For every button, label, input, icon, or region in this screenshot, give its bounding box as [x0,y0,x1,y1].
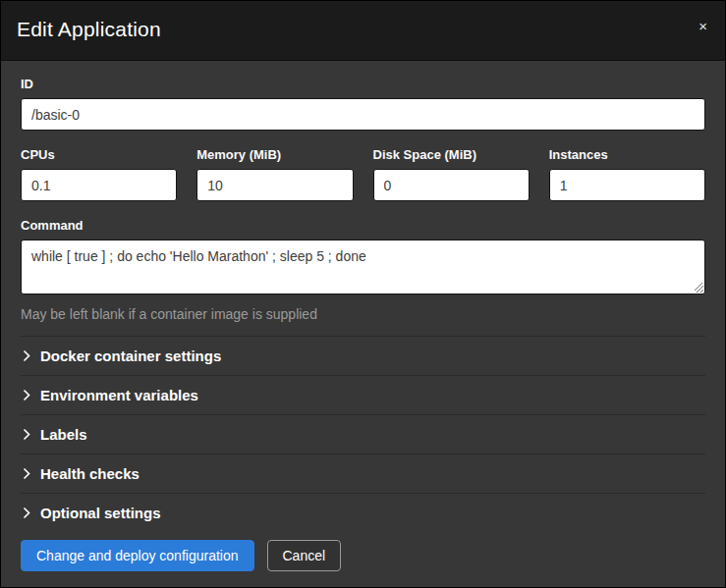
section-label: Health checks [40,465,140,482]
chevron-right-icon [23,349,31,362]
collapsible-sections: Docker container settings Environment va… [21,336,705,524]
chevron-right-icon [23,428,31,441]
command-label: Command [21,218,705,233]
section-label: Labels [40,426,87,443]
disk-input[interactable] [373,169,530,201]
instances-label: Instances [549,147,705,162]
command-help-text: May be left blank if a container image i… [21,306,705,322]
resources-row: CPUs Memory (MiB) Disk Space (MiB) Insta… [21,147,705,201]
section-label: Optional settings [40,505,161,521]
id-field-group: ID [21,77,705,131]
disk-field-group: Disk Space (MiB) [373,147,530,201]
cpus-field-group: CPUs [21,147,177,201]
cancel-button[interactable]: Cancel [267,540,342,571]
memory-input[interactable] [196,169,353,201]
chevron-right-icon [23,467,31,480]
section-label: Environment variables [40,387,198,403]
edit-application-modal: Edit Application × ID CPUs Memory (MiB) … [0,0,726,588]
section-environment-variables[interactable]: Environment variables [21,375,705,414]
close-icon[interactable]: × [695,17,711,35]
section-optional-settings[interactable]: Optional settings [21,493,705,524]
cpus-label: CPUs [21,147,177,162]
submit-button[interactable]: Change and deploy configuration [21,540,254,571]
instances-field-group: Instances [549,147,705,201]
section-health-checks[interactable]: Health checks [21,454,705,493]
command-textarea[interactable]: while [ true ] ; do echo 'Hello Marathon… [21,240,705,294]
modal-body: ID CPUs Memory (MiB) Disk Space (MiB) In… [1,61,725,524]
section-labels[interactable]: Labels [21,414,705,454]
id-label: ID [21,77,705,91]
section-label: Docker container settings [40,347,221,364]
modal-footer: Change and deploy configuration Cancel [1,524,725,587]
chevron-right-icon [23,507,31,519]
id-input[interactable] [21,98,705,131]
instances-input[interactable] [549,169,705,201]
modal-title: Edit Application [17,18,161,40]
memory-field-group: Memory (MiB) [196,147,353,201]
memory-label: Memory (MiB) [196,147,353,162]
modal-header: Edit Application × [1,1,725,61]
command-field-group: Command while [ true ] ; do echo 'Hello … [21,218,705,322]
section-docker-container-settings[interactable]: Docker container settings [21,336,705,375]
chevron-right-icon [23,389,31,401]
cpus-input[interactable] [21,169,177,201]
disk-label: Disk Space (MiB) [373,147,530,162]
